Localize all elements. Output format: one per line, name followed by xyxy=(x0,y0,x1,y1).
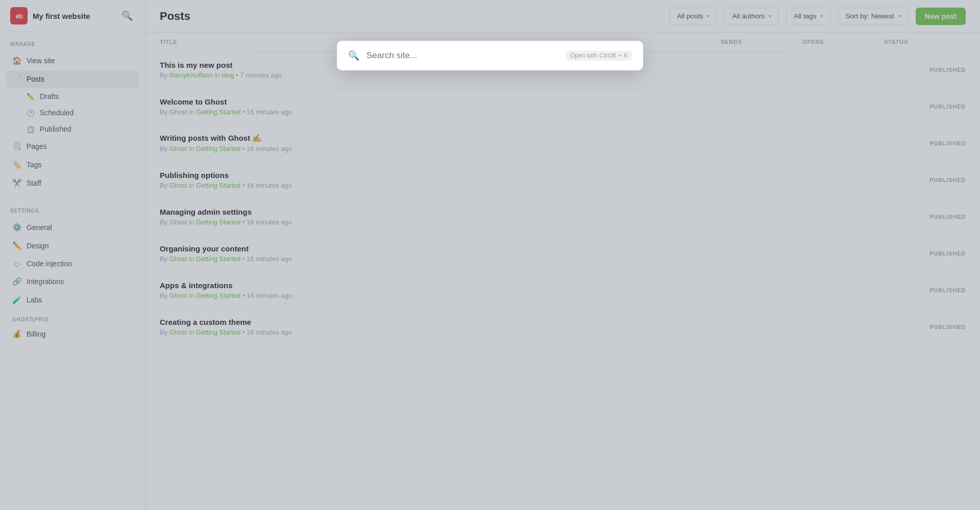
search-input[interactable] xyxy=(366,50,559,61)
search-input-row: 🔍 Open with Ctrl/⌘ + K xyxy=(337,41,643,70)
search-icon: 🔍 xyxy=(348,50,359,61)
search-overlay[interactable]: 🔍 Open with Ctrl/⌘ + K xyxy=(0,0,980,510)
search-shortcut: Open with Ctrl/⌘ + K xyxy=(566,50,632,61)
search-modal: 🔍 Open with Ctrl/⌘ + K xyxy=(337,41,643,70)
